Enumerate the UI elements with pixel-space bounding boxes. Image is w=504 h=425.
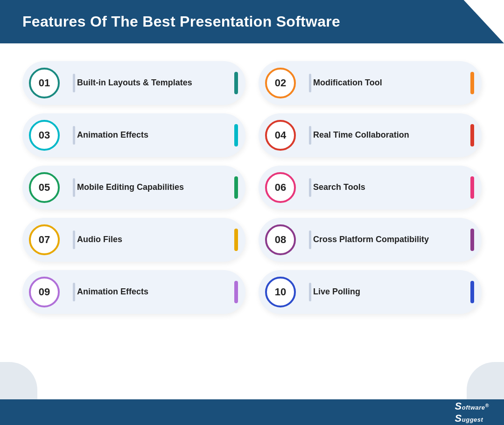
feature-label-07: Audio Files	[77, 234, 229, 245]
card-divider-04	[309, 126, 311, 145]
feature-number-03: 03	[39, 129, 50, 141]
card-divider-08	[309, 230, 311, 249]
feature-number-06: 06	[275, 181, 286, 194]
feature-number-07: 07	[39, 234, 50, 246]
feature-number-10: 10	[275, 286, 286, 298]
feature-number-09: 09	[39, 286, 50, 298]
brand-logo: Software® Suggest	[455, 400, 489, 425]
feature-card-10: 10Live Polling	[259, 270, 482, 314]
feature-label-01: Built-in Layouts & Templates	[77, 77, 229, 88]
card-divider-09	[73, 283, 75, 301]
accent-bar-05	[234, 176, 238, 199]
feature-number-08: 08	[275, 234, 286, 246]
feature-card-08: 08Cross Platform Compatibility	[259, 218, 482, 262]
accent-bar-10	[470, 281, 474, 303]
feature-card-05: 05Mobile Editing Capabilities	[22, 166, 245, 209]
accent-bar-04	[470, 124, 474, 146]
feature-number-05: 05	[39, 181, 50, 194]
header-banner: Features Of The Best Presentation Softwa…	[0, 0, 504, 43]
feature-card-03: 03Animation Effects	[22, 113, 245, 157]
feature-card-09: 09Animation Effects	[22, 270, 245, 314]
feature-card-07: 07Audio Files	[22, 218, 245, 262]
circle-badge-04: 04	[265, 120, 296, 151]
decoration-bottom-left	[0, 362, 37, 399]
feature-card-04: 04Real Time Collaboration	[259, 113, 482, 157]
feature-card-06: 06Search Tools	[259, 166, 482, 209]
feature-label-09: Animation Effects	[77, 286, 229, 297]
circle-badge-07: 07	[29, 224, 60, 255]
features-grid: 01Built-in Layouts & Templates02Modifica…	[0, 48, 504, 327]
feature-label-06: Search Tools	[313, 182, 465, 193]
feature-label-10: Live Polling	[313, 286, 465, 297]
accent-bar-03	[234, 124, 238, 146]
circle-badge-01: 01	[29, 68, 60, 98]
feature-number-01: 01	[39, 77, 50, 89]
feature-label-03: Animation Effects	[77, 130, 229, 140]
feature-number-02: 02	[275, 77, 286, 89]
circle-badge-08: 08	[265, 224, 296, 255]
accent-bar-07	[234, 229, 238, 251]
feature-card-01: 01Built-in Layouts & Templates	[22, 61, 245, 105]
decoration-bottom-right	[467, 362, 504, 399]
feature-label-02: Modification Tool	[313, 77, 465, 88]
feature-number-04: 04	[275, 129, 286, 141]
feature-label-08: Cross Platform Compatibility	[313, 234, 465, 245]
page-title: Features Of The Best Presentation Softwa…	[22, 13, 340, 30]
accent-bar-06	[470, 176, 474, 199]
circle-badge-02: 02	[265, 68, 296, 98]
circle-badge-09: 09	[29, 277, 60, 307]
accent-bar-09	[234, 281, 238, 303]
accent-bar-02	[470, 72, 474, 94]
card-divider-01	[73, 74, 75, 92]
circle-badge-05: 05	[29, 172, 60, 203]
card-divider-02	[309, 74, 311, 92]
card-divider-05	[73, 178, 75, 197]
card-divider-03	[73, 126, 75, 145]
feature-card-02: 02Modification Tool	[259, 61, 482, 105]
accent-bar-01	[234, 72, 238, 94]
feature-label-04: Real Time Collaboration	[313, 130, 465, 140]
bottom-bar: Software® Suggest	[0, 399, 504, 425]
card-divider-06	[309, 178, 311, 197]
circle-badge-03: 03	[29, 120, 60, 151]
card-divider-07	[73, 230, 75, 249]
card-divider-10	[309, 283, 311, 301]
circle-badge-10: 10	[265, 277, 296, 307]
feature-label-05: Mobile Editing Capabilities	[77, 182, 229, 193]
page-wrapper: Features Of The Best Presentation Softwa…	[0, 0, 504, 425]
registered-symbol: ®	[485, 402, 489, 408]
circle-badge-06: 06	[265, 172, 296, 203]
accent-bar-08	[470, 229, 474, 251]
